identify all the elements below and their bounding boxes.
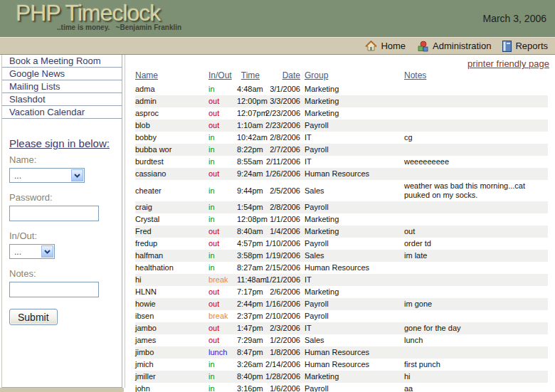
- cell-group: Sales: [300, 180, 402, 201]
- cell-group: Payroll: [300, 120, 402, 132]
- column-header-inout[interactable]: In/Out: [208, 70, 237, 83]
- cell-time: 12:07pm: [237, 107, 260, 120]
- administration-icon: [417, 41, 429, 52]
- table-row: bobbyin10:42am2/8/2006ITcg: [135, 132, 548, 144]
- cell-date: 2/7/2006: [260, 144, 300, 156]
- cell-name: jimbo: [135, 346, 208, 359]
- cell-group: Marketing: [300, 107, 402, 120]
- cell-group: Human Resources: [300, 346, 402, 359]
- sidebar-item-slashdot[interactable]: Slashdot: [2, 93, 122, 106]
- inout-select-value: ...: [14, 247, 21, 257]
- cell-notes: lunch: [402, 334, 548, 346]
- column-header-date[interactable]: Date: [260, 70, 300, 83]
- cell-group: Marketing: [300, 226, 402, 238]
- chevron-down-icon: [41, 245, 53, 258]
- cell-date: 1/8/2006: [260, 346, 300, 359]
- cell-group: IT: [300, 274, 402, 286]
- table-row: jmichin3:26am2/14/2006Human Resourcesfir…: [135, 359, 548, 371]
- cell-time: 3:58pm: [237, 250, 260, 262]
- cell-notes: [402, 95, 548, 107]
- cell-time: 12:00pm: [237, 95, 260, 107]
- current-date: March 3, 2006: [483, 13, 547, 24]
- nav-home-label: Home: [381, 41, 406, 51]
- cell-name: cheater: [135, 180, 208, 201]
- table-row: Fredout8:40am1/4/2006Marketingout: [135, 226, 548, 238]
- cell-notes: hi: [402, 371, 548, 383]
- cell-notes: [402, 262, 548, 274]
- nav-administration[interactable]: Administration: [417, 41, 491, 52]
- cell-group: Sales: [300, 334, 402, 346]
- cell-time: 8:55am: [237, 156, 260, 168]
- timeclock-table-body: admain4:48am3/1/2006Marketingadminout12:…: [135, 83, 548, 392]
- password-field[interactable]: [9, 206, 99, 221]
- table-row: cheaterin9:44pm2/5/2006Salesweather was …: [135, 180, 548, 201]
- cell-time: 8:22pm: [237, 144, 260, 156]
- cell-name: HLNN: [135, 286, 208, 298]
- cell-time: 8:47pm: [237, 346, 260, 359]
- cell-time: 1:47pm: [237, 322, 260, 334]
- cell-notes: [402, 274, 548, 286]
- column-header-notes[interactable]: Notes: [402, 70, 548, 83]
- cell-status: in: [208, 213, 237, 226]
- printer-friendly-link[interactable]: printer friendly page: [467, 58, 549, 69]
- cell-date: 2/23/2006: [260, 107, 300, 120]
- cell-group: Payroll: [300, 298, 402, 310]
- sidebar-item-vacation-calendar[interactable]: Vacation Calendar: [2, 106, 122, 119]
- cell-date: 1/21/2006: [260, 274, 300, 286]
- table-row: healthationin8:27am2/15/2006Human Resour…: [135, 262, 548, 274]
- table-row: jamboout1:47pm2/3/2006ITgone for the day: [135, 322, 548, 334]
- signin-heading[interactable]: Please sign in below:: [9, 137, 110, 149]
- cell-notes: gone for the day: [402, 322, 548, 334]
- cell-status: out: [208, 120, 237, 132]
- cell-date: 2/8/2006: [260, 201, 300, 213]
- cell-name: craig: [135, 201, 208, 213]
- cell-name: fredup: [135, 238, 208, 250]
- cell-status: in: [208, 359, 237, 371]
- table-row: admain4:48am3/1/2006Marketing: [135, 83, 548, 95]
- cell-name: blob: [135, 120, 208, 132]
- cell-name: cassiano: [135, 168, 208, 180]
- cell-group: Marketing: [300, 83, 402, 95]
- cell-group: Human Resources: [300, 359, 402, 371]
- password-label: Password:: [9, 192, 116, 203]
- table-row: fredupout4:57pm1/10/2006Payrollorder td: [135, 238, 548, 250]
- notes-field[interactable]: [9, 282, 99, 297]
- cell-date: 2/23/2006: [260, 120, 300, 132]
- table-row: asprocout12:07pm2/23/2006Marketing: [135, 107, 548, 120]
- sidebar-item-google-news[interactable]: Google News: [2, 68, 122, 80]
- sidebar-item-mailing-lists[interactable]: Mailing Lists: [2, 80, 122, 93]
- cell-status: lunch: [208, 346, 237, 359]
- column-header-name[interactable]: Name: [135, 70, 208, 83]
- table-row: adminout12:00pm3/3/2006Marketing: [135, 95, 548, 107]
- cell-status: out: [208, 298, 237, 310]
- table-row: halfmanin3:58pm1/19/2006Salesim late: [135, 250, 548, 262]
- submit-button[interactable]: Submit: [9, 309, 58, 325]
- cell-name: Crystal: [135, 213, 208, 226]
- nav-reports[interactable]: Reports: [502, 41, 548, 52]
- name-select[interactable]: ...: [9, 168, 85, 183]
- cell-time: 8:40pm: [237, 371, 260, 383]
- cell-status: break: [208, 310, 237, 322]
- cell-status: in: [208, 156, 237, 168]
- table-row: craigin1:54pm2/8/2006Payroll: [135, 201, 548, 213]
- cell-status: out: [208, 334, 237, 346]
- cell-time: 4:57pm: [237, 238, 260, 250]
- cell-notes: out: [402, 226, 548, 238]
- column-header-group[interactable]: Group: [300, 70, 402, 83]
- cell-group: Payroll: [300, 201, 402, 213]
- cell-date: 2/3/2006: [260, 322, 300, 334]
- cell-time: 10:42am: [237, 132, 260, 144]
- column-header-time[interactable]: Time: [237, 70, 260, 83]
- inout-label: In/Out:: [9, 231, 116, 241]
- sidebar-item-book-meeting-room[interactable]: Book a Meeting Room: [2, 55, 122, 68]
- cell-group: Sales: [300, 250, 402, 262]
- chevron-down-icon: [71, 169, 83, 181]
- cell-notes: [402, 201, 548, 213]
- cell-time: 9:44pm: [237, 180, 260, 201]
- cell-time: 7:29am: [237, 334, 260, 346]
- page-background-strip: [0, 388, 124, 392]
- nav-home[interactable]: Home: [365, 41, 406, 51]
- cell-name: jambo: [135, 322, 208, 334]
- inout-select[interactable]: ...: [9, 244, 55, 259]
- cell-time: 8:27am: [237, 262, 260, 274]
